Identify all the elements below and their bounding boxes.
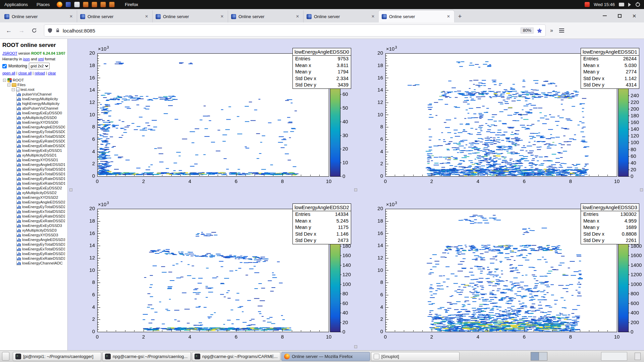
tree-item-lowEnergyExEyDSSD3[interactable]: lowEnergyExEyDSSD3 <box>2 223 65 228</box>
tree-item-lowEnergyChannelADC[interactable]: lowEnergyChannelADC <box>2 261 65 265</box>
tab-close-icon[interactable]: ✕ <box>219 14 225 19</box>
tree-item-lowEnergyExRateDSSD1[interactable]: lowEnergyExRateDSSD1 <box>2 181 65 186</box>
tab-close-icon[interactable]: ✕ <box>446 14 451 19</box>
tab-online-server-3[interactable]: Online server✕ <box>152 10 228 22</box>
clock[interactable]: Wed 15:46 <box>594 2 615 7</box>
collapse-icon[interactable]: − <box>7 83 10 86</box>
recording-indicator-icon[interactable] <box>585 2 590 7</box>
url-bar[interactable]: localhost:8085 80% <box>44 25 545 36</box>
tree-item-lowEnergyEyRateDSSD1[interactable]: lowEnergyEyRateDSSD1 <box>2 176 65 181</box>
tab-online-server-6[interactable]: Online server✕ <box>379 10 454 22</box>
tree-item-lowEnergyEyTotalDSSD3[interactable]: lowEnergyEyTotalDSSD3 <box>2 242 65 247</box>
tree-item-Files[interactable]: −Files <box>2 82 65 87</box>
volume-icon[interactable] <box>628 3 633 7</box>
tree-item-lowEnergyAngleEDSSD2[interactable]: lowEnergyAngleEDSSD2 <box>2 200 65 204</box>
tree-item-lowEnergyEyRateDSSD2[interactable]: lowEnergyEyRateDSSD2 <box>2 214 65 219</box>
tree-item-lowEnergyExTotalDSSD3[interactable]: lowEnergyExTotalDSSD3 <box>2 247 65 251</box>
url-text[interactable]: localhost:8085 <box>63 28 518 34</box>
app-launcher-icon-4[interactable] <box>109 2 115 7</box>
tree-item-xyMultiplicityDSSD1[interactable]: xyMultiplicityDSSD1 <box>2 153 65 158</box>
action-clear[interactable]: clear <box>48 71 56 75</box>
stats-box-lowEnergyAngleEDSSD1[interactable]: lowEnergyAngleEDSSD1Entries26244Mean x5.… <box>581 48 639 89</box>
forward-button[interactable]: → <box>16 25 27 36</box>
tree-item-lowEnergyXYDSSD2[interactable]: lowEnergyXYDSSD2 <box>2 195 65 200</box>
toolbar-overflow-button[interactable]: » <box>547 27 556 34</box>
back-button[interactable]: ← <box>3 25 14 36</box>
tree-item-lowEnergyXYDSSD0[interactable]: lowEnergyXYDSSD0 <box>2 120 65 125</box>
close-button[interactable]: ✕ <box>629 11 639 20</box>
tree-item-lowEnergyAngleEDSSD3[interactable]: lowEnergyAngleEDSSD3 <box>2 237 65 242</box>
taskbar-window-5[interactable]: [Gnuplot] <box>371 352 460 361</box>
taskbar-window-3[interactable]: npg@carme-gsi:~/Programs/CARME... <box>192 352 280 361</box>
terminal-launcher-icon[interactable] <box>65 2 71 7</box>
tree-item-lowEnergyExEyDSSD2[interactable]: lowEnergyExEyDSSD2 <box>2 186 65 190</box>
tab-online-server-2[interactable]: Online server✕ <box>77 10 152 22</box>
stats-box-lowEnergyAngleEDSSD0[interactable]: lowEnergyAngleEDSSD0Entries9753Mean x3.8… <box>292 48 351 89</box>
layout-select[interactable]: grid 2x2 <box>29 63 50 69</box>
tree-item-lowEnergyEyTotalDSSD1[interactable]: lowEnergyEyTotalDSSD1 <box>2 167 65 172</box>
zoom-indicator[interactable]: 80% <box>520 27 534 34</box>
jsroot-link[interactable]: JSROOT <box>2 51 17 55</box>
tab-online-server-4[interactable]: Online server✕ <box>228 10 303 22</box>
firefox-launcher-icon[interactable] <box>57 2 62 7</box>
collapse-icon[interactable]: − <box>12 88 15 91</box>
workspace-2[interactable] <box>539 352 547 360</box>
tree-item-lowEnergyAngleEDSSD1[interactable]: lowEnergyAngleEDSSD1 <box>2 162 65 167</box>
power-icon[interactable] <box>636 2 640 7</box>
app-launcher-icon-1[interactable] <box>83 2 89 7</box>
grid-resize-handle[interactable] <box>69 188 72 191</box>
tree-item-absPulserVsChannel[interactable]: absPulserVsChannel <box>2 106 65 111</box>
tree-item-lowEnergyMultiplicity[interactable]: lowEnergyMultiplicity <box>2 97 65 101</box>
tray-icon[interactable] <box>635 353 641 360</box>
workspace-1[interactable] <box>531 352 539 360</box>
applications-menu[interactable]: Applications <box>0 0 32 9</box>
tab-close-icon[interactable]: ✕ <box>144 14 149 19</box>
tree-item-lowEnergyExTotalDSSD0[interactable]: lowEnergyExTotalDSSD0 <box>2 134 65 139</box>
taskbar-window-2[interactable]: npg@carme-gsi:~/Programs/caenlog... <box>102 352 191 361</box>
show-desktop-button[interactable] <box>2 352 9 361</box>
tree-item-lowEnergyExRateDSSD2[interactable]: lowEnergyExRateDSSD2 <box>2 219 65 223</box>
stats-box-lowEnergyAngleEDSSD2[interactable]: lowEnergyAngleEDSSD2Entries14334Mean x5.… <box>292 203 351 244</box>
tree-item-lowEnergyExEyDSSD1[interactable]: lowEnergyExEyDSSD1 <box>2 148 65 153</box>
new-tab-button[interactable]: + <box>454 10 466 22</box>
tree-item-lowEnergyExRateDSSD0[interactable]: lowEnergyExRateDSSD0 <box>2 143 65 148</box>
action-reload[interactable]: reload <box>35 71 45 75</box>
tree-item-xyMultiplicityDSSD3[interactable]: xyMultiplicityDSSD3 <box>2 228 65 233</box>
keyboard-indicator-icon[interactable] <box>619 3 624 6</box>
action-close-all[interactable]: close all <box>18 71 32 75</box>
tab-online-server-5[interactable]: Online server✕ <box>303 10 379 22</box>
tab-online-server-1[interactable]: Online server✕ <box>1 10 77 22</box>
monitoring-checkbox[interactable] <box>2 64 7 68</box>
tree-item-highEnergyMultiplicity[interactable]: highEnergyMultiplicity <box>2 101 65 106</box>
tree-item-lowEnergyExEyDSSD0[interactable]: lowEnergyExEyDSSD0 <box>2 111 65 115</box>
tree-item-lowEnergyEyTotalDSSD2[interactable]: lowEnergyEyTotalDSSD2 <box>2 204 65 209</box>
grid-resize-handle[interactable] <box>354 345 357 348</box>
workspace-switcher[interactable] <box>531 352 547 361</box>
xml-link[interactable]: xml <box>38 57 44 61</box>
tree-item-lowEnergyXYDSSD1[interactable]: lowEnergyXYDSSD1 <box>2 158 65 162</box>
tree-item-lowEnergyEyTotalDSSD0[interactable]: lowEnergyEyTotalDSSD0 <box>2 129 65 134</box>
tree-item-lowEnergyExTotalDSSD1[interactable]: lowEnergyExTotalDSSD1 <box>2 172 65 176</box>
bookmark-star-icon[interactable] <box>537 28 542 34</box>
stats-box-lowEnergyAngleEDSSD3[interactable]: lowEnergyAngleEDSSD3Entries130302Mean x4… <box>581 203 639 244</box>
grid-resize-handle[interactable] <box>354 188 357 191</box>
reload-button[interactable] <box>29 25 40 36</box>
menu-hamburger-icon[interactable] <box>559 30 564 31</box>
shield-icon[interactable] <box>47 28 53 33</box>
tab-close-icon[interactable]: ✕ <box>68 14 74 19</box>
tree-item-lowEnergyAngleEDSSD0[interactable]: lowEnergyAngleEDSSD0 <box>2 125 65 129</box>
tree-item-xyMultiplicityDSSD2[interactable]: xyMultiplicityDSSD2 <box>2 190 65 195</box>
tree-item-test.root[interactable]: −test.root <box>2 87 65 92</box>
tree-item-lowEnergyXYDSSD3[interactable]: lowEnergyXYDSSD3 <box>2 233 65 237</box>
maximize-button[interactable] <box>614 11 625 20</box>
json-link[interactable]: json <box>23 57 30 61</box>
tree-item-lowEnergyEyRateDSSD0[interactable]: lowEnergyEyRateDSSD0 <box>2 139 65 143</box>
lock-icon[interactable] <box>55 28 60 33</box>
tab-close-icon[interactable]: ✕ <box>370 14 376 19</box>
tab-close-icon[interactable]: ✕ <box>295 14 300 19</box>
tree-item-lowEnergyEyRateDSSD3[interactable]: lowEnergyEyRateDSSD3 <box>2 251 65 256</box>
tree-item-pulserVsChannel[interactable]: pulserVsChannel <box>2 92 65 97</box>
app-launcher-icon-2[interactable] <box>92 2 97 7</box>
tree-item-xyMultiplicityDSSD0[interactable]: xyMultiplicityDSSD0 <box>2 115 65 120</box>
tree-item-ROOT[interactable]: −ROOT <box>2 78 65 82</box>
